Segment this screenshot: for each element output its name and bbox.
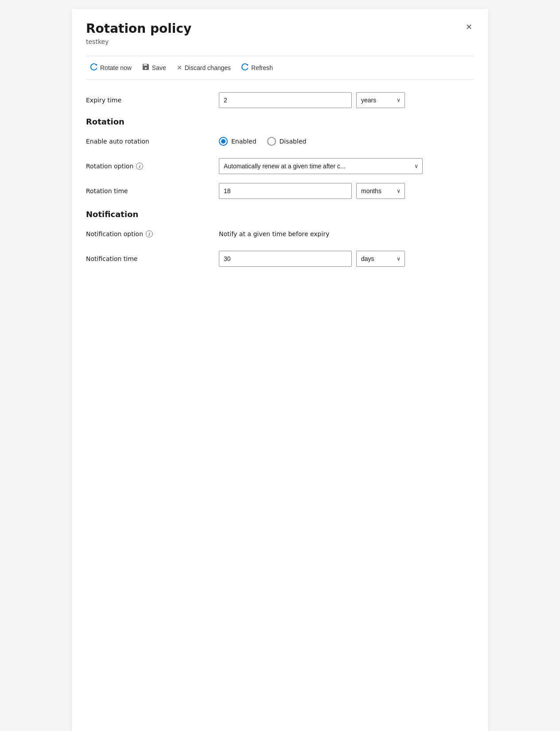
rotate-now-button[interactable]: Rotate now <box>86 61 136 75</box>
refresh-icon <box>241 63 249 72</box>
rotation-option-select[interactable]: Automatically renew at a given time afte… <box>219 158 423 174</box>
auto-rotation-label: Enable auto rotation <box>86 138 219 145</box>
save-button[interactable]: Save <box>138 61 171 75</box>
panel-subtitle: testkey <box>86 38 191 45</box>
header-text-group: Rotation policy testkey <box>86 21 191 54</box>
notification-option-label: Notification option i <box>86 230 219 237</box>
save-icon <box>142 63 149 72</box>
rotation-heading: Rotation <box>86 117 474 126</box>
save-label: Save <box>152 64 166 71</box>
notification-time-unit-wrapper: days months years ∨ <box>356 251 405 267</box>
disabled-radio-option[interactable]: Disabled <box>267 137 307 146</box>
rotation-policy-panel: Rotation policy testkey ✕ Rotate now Sav… <box>72 9 488 731</box>
notification-time-input[interactable] <box>219 251 352 267</box>
rotation-option-label: Rotation option i <box>86 163 219 170</box>
notification-option-value: Notify at a given time before expiry <box>219 230 329 237</box>
enabled-radio-label: Enabled <box>231 138 257 145</box>
refresh-button[interactable]: Refresh <box>237 61 277 75</box>
notification-option-row: Notification option i Notify at a given … <box>86 226 474 242</box>
auto-rotation-row: Enable auto rotation Enabled Disabled <box>86 133 474 149</box>
rotation-option-controls: Automatically renew at a given time afte… <box>219 158 474 174</box>
rotation-time-controls: days months years ∨ <box>219 183 474 199</box>
notification-time-controls: days months years ∨ <box>219 251 474 267</box>
rotation-time-unit-select[interactable]: days months years <box>356 183 405 199</box>
notification-option-info-icon[interactable]: i <box>146 230 153 237</box>
panel-title: Rotation policy <box>86 21 191 36</box>
expiry-time-row: Expiry time days months years ∨ <box>86 92 474 108</box>
close-icon: ✕ <box>466 23 472 31</box>
expiry-unit-select[interactable]: days months years <box>356 92 405 108</box>
rotation-time-input[interactable] <box>219 183 352 199</box>
expiry-time-input[interactable] <box>219 92 352 108</box>
rotation-option-row: Rotation option i Automatically renew at… <box>86 158 474 174</box>
close-button[interactable]: ✕ <box>464 21 474 33</box>
enabled-radio-circle <box>219 137 228 146</box>
expiry-controls: days months years ∨ <box>219 92 474 108</box>
expiry-time-label: Expiry time <box>86 97 219 104</box>
rotation-time-unit-wrapper: days months years ∨ <box>356 183 405 199</box>
discard-changes-button[interactable]: ✕ Discard changes <box>172 62 235 74</box>
notification-option-controls: Notify at a given time before expiry <box>219 230 474 237</box>
rotation-time-row: Rotation time days months years ∨ <box>86 183 474 199</box>
notification-time-unit-select[interactable]: days months years <box>356 251 405 267</box>
rotation-option-wrapper: Automatically renew at a given time afte… <box>219 158 423 174</box>
refresh-label: Refresh <box>251 64 273 71</box>
rotation-section: Rotation Enable auto rotation Enabled Di… <box>86 117 474 199</box>
enabled-radio-option[interactable]: Enabled <box>219 137 257 146</box>
auto-rotation-controls: Enabled Disabled <box>219 137 474 146</box>
notification-time-row: Notification time days months years ∨ <box>86 251 474 267</box>
notification-section: Notification Notification option i Notif… <box>86 210 474 267</box>
rotation-option-info-icon[interactable]: i <box>136 163 143 170</box>
rotation-time-label: Rotation time <box>86 187 219 194</box>
rotate-now-label: Rotate now <box>100 64 132 71</box>
enabled-radio-dot <box>221 139 226 144</box>
disabled-radio-label: Disabled <box>280 138 307 145</box>
panel-header: Rotation policy testkey ✕ <box>86 21 474 54</box>
discard-label: Discard changes <box>185 64 231 71</box>
discard-icon: ✕ <box>177 64 182 71</box>
notification-heading: Notification <box>86 210 474 219</box>
expiry-unit-wrapper: days months years ∨ <box>356 92 405 108</box>
notification-time-label: Notification time <box>86 255 219 262</box>
toolbar: Rotate now Save ✕ Discard changes Refres… <box>86 56 474 80</box>
disabled-radio-circle <box>267 137 276 146</box>
rotate-now-icon <box>90 63 97 72</box>
